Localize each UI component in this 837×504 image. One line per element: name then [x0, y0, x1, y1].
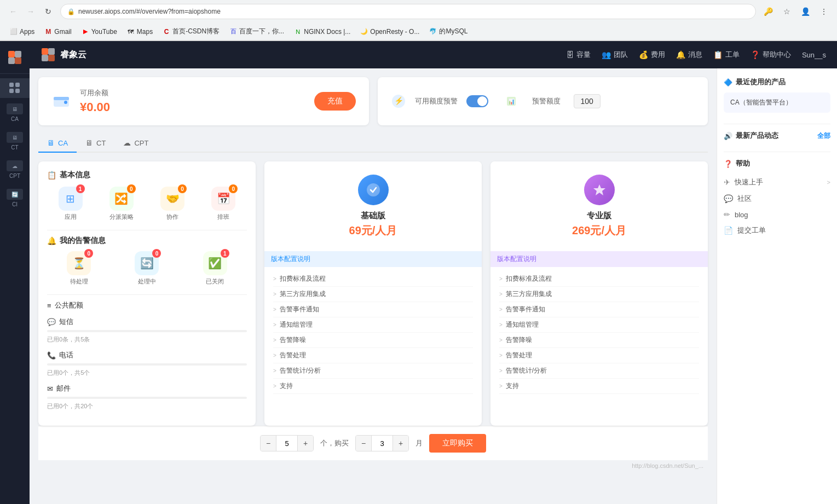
pro-feature-4[interactable]: > 告警降噪	[499, 333, 699, 348]
bookmark-baidu[interactable]: 百 百度一下，你...	[225, 25, 288, 38]
recharge-button[interactable]: 充值	[314, 92, 356, 111]
profile-button[interactable]: 👤	[798, 4, 813, 19]
bookmark-openresty[interactable]: 🌙 OpenResty - O...	[356, 26, 424, 37]
nav-tickets[interactable]: 📋 工单	[713, 48, 740, 62]
rp-product-ca[interactable]: CA（智能告警平台）	[724, 92, 830, 113]
basic-info-icon: 📋	[47, 171, 56, 179]
months-qty-input[interactable]	[371, 436, 393, 451]
bookmark-star-button[interactable]: ☆	[779, 4, 794, 19]
tab-ca[interactable]: 🖥 CA	[38, 134, 77, 153]
basic-plan-features-title: 版本配置说明	[264, 251, 482, 267]
sidebar-item-cpt[interactable]: ☁ CPT	[0, 156, 30, 183]
chevron-icon: >	[273, 306, 276, 312]
url-text: newuser.aiops.com/#/overview?from=aiopsh…	[78, 8, 749, 15]
refresh-button[interactable]: ↻	[41, 4, 56, 19]
forward-button[interactable]: →	[23, 4, 38, 19]
sidebar-item-ci[interactable]: 🔄 CI	[0, 184, 30, 212]
pro-plan-svg	[591, 182, 608, 198]
bookmark-youtube[interactable]: ▶ YouTube	[77, 26, 122, 37]
pro-feature-7[interactable]: > 支持	[499, 379, 699, 394]
nav-billing[interactable]: 💰 费用	[639, 48, 665, 62]
pro-feature-6[interactable]: > 告警统计/分析	[499, 363, 699, 379]
purchase-button[interactable]: 立即购买	[429, 434, 486, 453]
pro-feature-2[interactable]: > 告警事件通知	[499, 302, 699, 317]
header-logo-text: 睿象云	[60, 49, 86, 61]
basic-feature-0[interactable]: > 扣费标准及流程	[273, 271, 473, 287]
help-blog[interactable]: ✏ blog	[724, 207, 830, 222]
closed-label: 已关闭	[206, 277, 224, 286]
persons-plus-button[interactable]: +	[298, 436, 313, 451]
svg-text:📊: 📊	[508, 98, 515, 105]
back-button[interactable]: ←	[5, 4, 21, 19]
rp-help: ❓ 帮助 ✈ 快速上手 > 💬 社区 ✏ blog	[724, 159, 830, 239]
bookmark-mysql[interactable]: 🐬 的MySQL	[425, 25, 472, 38]
nav-capacity[interactable]: 🗄 容量	[566, 48, 591, 62]
collab-icon: 🤝 0	[160, 187, 184, 211]
pro-feature-3[interactable]: > 通知组管理	[499, 317, 699, 333]
sidebar-item-ca[interactable]: 🖥 CA	[0, 99, 30, 126]
help-submit-ticket[interactable]: 📄 提交工单	[724, 222, 830, 239]
processing-item[interactable]: 🔄 0 处理中	[115, 251, 178, 286]
pro-feature-0[interactable]: > 扣费标准及流程	[499, 271, 699, 287]
logo-icon	[7, 50, 22, 65]
bookmark-maps[interactable]: 🗺 Maps	[123, 26, 157, 37]
ct-icon: 🖥	[7, 132, 23, 143]
pro-feature-5[interactable]: > 告警处理	[499, 348, 699, 363]
tab-cpt[interactable]: ☁ CPT	[114, 134, 157, 153]
sidebar-item-home[interactable]	[0, 78, 30, 98]
dispatch-item[interactable]: 🔀 0 分派策略	[98, 187, 145, 221]
alert-toggle[interactable]	[466, 95, 488, 107]
apps-item[interactable]: ⊞ 1 应用	[47, 187, 94, 221]
nav-help-center[interactable]: ❓ 帮助中心	[751, 48, 791, 62]
nav-messages-label: 消息	[688, 50, 702, 60]
persons-qty-control: − +	[260, 435, 314, 451]
quota-icon: 📊	[506, 96, 517, 107]
nav-messages[interactable]: 🔔 消息	[676, 48, 702, 62]
collab-item[interactable]: 🤝 0 协作	[149, 187, 196, 221]
basic-feature-2[interactable]: > 告警事件通知	[273, 302, 473, 317]
address-bar[interactable]: 🔒 newuser.aiops.com/#/overview?from=aiop…	[60, 4, 756, 19]
bookmark-apps[interactable]: ⬜ Apps	[5, 26, 39, 37]
closed-icon: ✅ 1	[203, 251, 227, 275]
persons-minus-button[interactable]: −	[261, 436, 276, 451]
help-quickstart[interactable]: ✈ 快速上手 >	[724, 174, 830, 190]
pending-item[interactable]: ⏳ 0 待处理	[47, 251, 111, 286]
product-tabs: 🖥 CA 🖥 CT ☁ CPT	[38, 134, 708, 153]
basic-feature-7[interactable]: > 支持	[273, 379, 473, 394]
chevron-icon: >	[499, 337, 503, 343]
phone-usage-bar	[47, 363, 247, 366]
shift-item[interactable]: 📅 0 排班	[200, 187, 247, 221]
help-community[interactable]: 💬 社区	[724, 190, 830, 207]
header-logo: 睿象云	[41, 47, 86, 62]
persons-qty-input[interactable]	[276, 436, 298, 451]
basic-feature-3[interactable]: > 通知组管理	[273, 317, 473, 333]
basic-feature-1[interactable]: > 第三方应用集成	[273, 287, 473, 302]
bell-icon: 🔔	[676, 50, 685, 59]
chevron-icon: >	[499, 306, 503, 312]
basic-feature-5[interactable]: > 告警处理	[273, 348, 473, 363]
key-icon[interactable]: 🔑	[760, 4, 776, 19]
chevron-icon: >	[499, 322, 503, 328]
bookmark-gmail[interactable]: M Gmail	[40, 26, 76, 37]
basic-feature-6[interactable]: > 告警统计/分析	[273, 363, 473, 379]
months-plus-button[interactable]: +	[393, 436, 408, 451]
user-menu[interactable]: Sun__s	[802, 51, 826, 59]
apps-icon: ⊞ 1	[59, 187, 83, 211]
quickstart-chevron: >	[827, 179, 830, 186]
bookmark-csdn[interactable]: C 首页-CSDN博客	[158, 25, 224, 38]
nav-help-center-label: 帮助中心	[763, 50, 791, 60]
rp-all-button[interactable]: 全部	[817, 131, 830, 141]
tab-ct[interactable]: 🖥 CT	[77, 134, 114, 153]
chevron-icon: >	[499, 368, 503, 374]
billing-icon: 💰	[639, 50, 648, 59]
months-minus-button[interactable]: −	[356, 436, 371, 451]
closed-item[interactable]: ✅ 1 已关闭	[183, 251, 247, 286]
dispatch-label: 分派策略	[109, 213, 134, 221]
pro-feature-1[interactable]: > 第三方应用集成	[499, 287, 699, 302]
sidebar-item-ct[interactable]: 🖥 CT	[0, 128, 30, 155]
nav-team[interactable]: 👥 团队	[602, 48, 628, 62]
bookmark-nginx[interactable]: N NGINX Docs |...	[290, 26, 355, 37]
basic-feature-4[interactable]: > 告警降噪	[273, 333, 473, 348]
menu-button[interactable]: ⋮	[816, 4, 832, 19]
section-divider-2	[47, 294, 247, 295]
